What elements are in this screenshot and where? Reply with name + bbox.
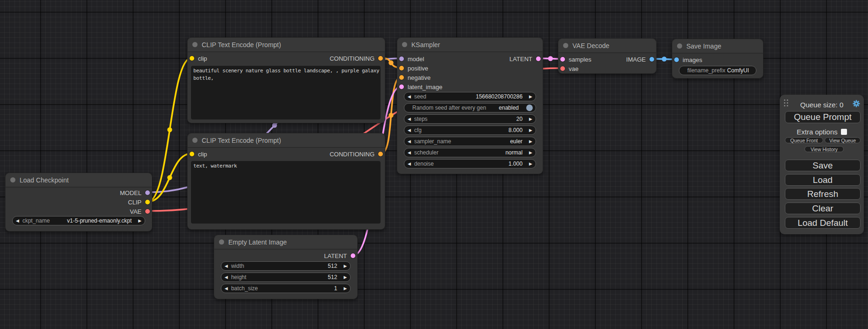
node-title-bar[interactable]: CLIP Text Encode (Prompt) — [188, 38, 385, 52]
increment-arrow-icon[interactable]: ▶ — [529, 128, 532, 133]
collapse-dot-icon[interactable] — [402, 42, 407, 47]
view-history-button[interactable]: View History — [804, 146, 844, 152]
decrement-arrow-icon[interactable]: ◀ — [408, 128, 411, 133]
clear-button[interactable]: Clear — [785, 203, 861, 214]
node-title-bar[interactable]: Empty Latent Image — [214, 235, 357, 250]
collapse-dot-icon[interactable] — [10, 177, 15, 182]
input-port-conditioning-icon[interactable] — [399, 66, 404, 70]
collapse-dot-icon[interactable] — [219, 239, 224, 245]
link-midpoint-dot[interactable] — [167, 127, 172, 132]
output-port-conditioning-icon[interactable] — [378, 152, 383, 156]
settings-gear-icon[interactable] — [852, 99, 861, 108]
widget-value: euler — [510, 138, 522, 145]
widget-height[interactable]: ◀height512▶ — [221, 273, 351, 282]
increment-arrow-icon[interactable]: ▶ — [344, 287, 347, 291]
collapse-dot-icon[interactable] — [192, 42, 198, 47]
node-load-checkpoint[interactable]: Load CheckpointMODELCLIPVAE◀ckpt_namev1-… — [5, 173, 152, 231]
output-port-latent-icon[interactable] — [536, 56, 541, 61]
toggle-dot-icon[interactable] — [526, 105, 533, 111]
node-title-label: Save Image — [686, 42, 721, 50]
extra-options-checkbox[interactable] — [841, 129, 847, 135]
widget-scheduler[interactable]: ◀schedulernormal▶ — [404, 148, 536, 157]
widget-Random seed after every gen[interactable]: Random seed after every genenabled — [404, 103, 536, 112]
widget-sampler_name[interactable]: ◀sampler_nameeuler▶ — [404, 137, 536, 146]
node-ksampler[interactable]: KSamplermodelpositivenegativelatent_imag… — [397, 37, 543, 174]
widget-label: filename_prefix — [687, 67, 725, 74]
widget-denoise[interactable]: ◀denoise1.000▶ — [404, 159, 536, 168]
node-title-bar[interactable]: VAE Decode — [558, 39, 656, 53]
input-port-image-icon[interactable] — [674, 57, 679, 62]
drag-handle-icon[interactable] — [784, 99, 788, 106]
decrement-arrow-icon[interactable]: ◀ — [225, 264, 228, 268]
node-title-bar[interactable]: CLIP Text Encode (Prompt) — [188, 133, 385, 148]
graph-canvas[interactable]: Load CheckpointMODELCLIPVAE◀ckpt_namev1-… — [0, 0, 868, 329]
widget-ckpt_name[interactable]: ◀ckpt_namev1-5-pruned-emaonly.ckpt▶ — [12, 216, 145, 225]
input-port-vae-icon[interactable] — [560, 66, 565, 71]
collapse-dot-icon[interactable] — [192, 138, 198, 143]
increment-arrow-icon[interactable]: ▶ — [529, 151, 532, 155]
link-midpoint-dot[interactable] — [548, 56, 553, 61]
link-midpoint-dot[interactable] — [388, 60, 393, 65]
increment-arrow-icon[interactable]: ▶ — [529, 140, 532, 144]
input-port-conditioning-icon[interactable] — [399, 75, 404, 80]
load-button[interactable]: Load — [785, 174, 861, 186]
output-port-vae-icon[interactable] — [145, 209, 150, 214]
output-port-image-icon[interactable] — [649, 57, 654, 62]
widget-label: Random seed after every gen — [412, 105, 486, 111]
widget-batch_size[interactable]: ◀batch_size1▶ — [221, 284, 351, 293]
decrement-arrow-icon[interactable]: ◀ — [225, 275, 228, 280]
input-port-latent-icon[interactable] — [399, 84, 404, 89]
refresh-button[interactable]: Refresh — [785, 188, 861, 200]
node-title-bar[interactable]: Load Checkpoint — [6, 173, 152, 188]
widget-label: denoise — [414, 161, 434, 167]
save-button[interactable]: Save — [785, 160, 861, 171]
widget-seed[interactable]: ◀seed156680208700286▶ — [404, 92, 536, 101]
decrement-arrow-icon[interactable]: ◀ — [16, 219, 19, 223]
output-port-model-icon[interactable] — [145, 190, 150, 195]
link-midpoint-dot[interactable] — [167, 175, 172, 180]
increment-arrow-icon[interactable]: ▶ — [344, 264, 347, 268]
node-clip-text-encode-positive[interactable]: CLIP Text Encode (Prompt)clipCONDITIONIN… — [187, 37, 385, 123]
node-title-label: VAE Decode — [572, 42, 609, 49]
link-midpoint-dot[interactable] — [272, 123, 277, 127]
node-vae-decode[interactable]: VAE DecodesamplesvaeIMAGE — [558, 38, 656, 74]
collapse-dot-icon[interactable] — [563, 43, 568, 48]
increment-arrow-icon[interactable]: ▶ — [344, 275, 347, 280]
input-slot-vae: vae — [558, 64, 656, 73]
output-slot-label: MODEL — [120, 189, 141, 196]
widget-cfg[interactable]: ◀cfg8.000▶ — [404, 126, 536, 135]
view-queue-button[interactable]: View Queue — [825, 137, 861, 143]
widget-label: seed — [414, 93, 426, 100]
decrement-arrow-icon[interactable]: ◀ — [408, 140, 411, 144]
increment-arrow-icon[interactable]: ▶ — [529, 95, 532, 99]
link-midpoint-dot[interactable] — [388, 113, 393, 118]
widget-filename_prefix[interactable]: filename_prefixComfyUI — [679, 66, 756, 75]
widget-steps[interactable]: ◀steps20▶ — [404, 114, 536, 124]
node-save-image[interactable]: Save Imageimagesfilename_prefixComfyUI — [672, 39, 763, 78]
decrement-arrow-icon[interactable]: ◀ — [408, 162, 411, 166]
output-port-latent-icon[interactable] — [351, 253, 355, 258]
decrement-arrow-icon[interactable]: ◀ — [408, 151, 411, 155]
output-port-clip-icon[interactable] — [145, 200, 150, 204]
increment-arrow-icon[interactable]: ▶ — [529, 162, 532, 166]
decrement-arrow-icon[interactable]: ◀ — [225, 287, 228, 291]
decrement-arrow-icon[interactable]: ◀ — [408, 95, 411, 99]
output-port-conditioning-icon[interactable] — [378, 56, 383, 61]
node-title-bar[interactable]: KSampler — [397, 38, 543, 52]
queue-size-label: Queue size: 0 — [800, 101, 844, 109]
prompt-textarea[interactable]: text, watermark — [191, 161, 381, 224]
load-default-button[interactable]: Load Default — [785, 217, 861, 229]
node-empty-latent-image[interactable]: Empty Latent ImageLATENT◀width512▶◀heigh… — [214, 235, 358, 299]
queue-front-button[interactable]: Queue Front — [785, 137, 823, 143]
widget-width[interactable]: ◀width512▶ — [221, 261, 351, 271]
node-title-bar[interactable]: Save Image — [672, 39, 763, 54]
decrement-arrow-icon[interactable]: ◀ — [408, 117, 411, 121]
extra-options-row: Extra options — [780, 128, 864, 135]
link-midpoint-dot[interactable] — [662, 56, 666, 61]
prompt-textarea[interactable]: beautiful scenery nature glass bottle la… — [191, 66, 381, 119]
collapse-dot-icon[interactable] — [677, 43, 682, 49]
node-clip-text-encode-negative[interactable]: CLIP Text Encode (Prompt)clipCONDITIONIN… — [187, 133, 385, 230]
queue-prompt-button[interactable]: Queue Prompt — [785, 111, 861, 123]
increment-arrow-icon[interactable]: ▶ — [529, 117, 532, 121]
increment-arrow-icon[interactable]: ▶ — [138, 219, 141, 223]
